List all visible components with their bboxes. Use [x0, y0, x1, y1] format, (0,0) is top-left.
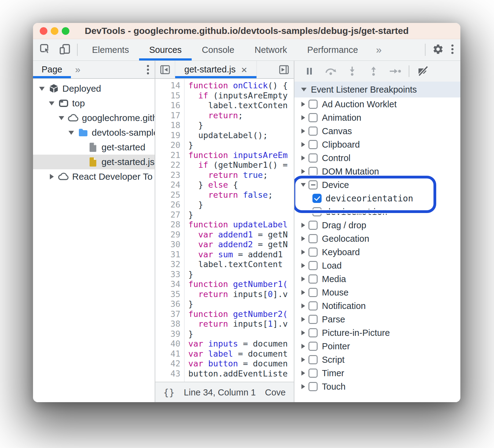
chevron-right-icon[interactable]	[298, 156, 308, 160]
breakpoint-mouse-checkbox[interactable]	[308, 288, 318, 297]
code-line[interactable]: if (inputsAreEmpty	[188, 91, 294, 101]
chevron-right-icon[interactable]	[298, 303, 308, 308]
breakpoint-canvas[interactable]: Canvas	[294, 124, 460, 138]
chevron-right-icon[interactable]	[298, 142, 308, 147]
step-over-button[interactable]	[320, 61, 341, 82]
code-lines[interactable]: function onClick() { if (inputsAreEmpty …	[185, 79, 294, 382]
chevron-down-icon[interactable]	[298, 183, 308, 187]
line-number[interactable]: 43	[155, 369, 180, 379]
code-line[interactable]: return;	[188, 111, 294, 121]
breakpoint-picture-in-picture[interactable]: Picture-in-Picture	[294, 326, 460, 340]
line-number[interactable]: 38	[155, 319, 180, 329]
line-number[interactable]: 18	[155, 120, 180, 130]
code-line[interactable]: label.textConten	[188, 101, 294, 111]
breakpoint-ad-auction-worklet-checkbox[interactable]	[308, 100, 318, 109]
chevron-right-icon[interactable]	[298, 129, 308, 134]
line-number[interactable]: 26	[155, 200, 180, 210]
tab-sources[interactable]: Sources	[139, 39, 192, 61]
breakpoint-script-checkbox[interactable]	[308, 355, 318, 364]
code-line[interactable]: return inputs[1].v	[188, 319, 294, 329]
line-number[interactable]: 25	[155, 190, 180, 200]
breakpoint-drag-drop[interactable]: Drag / drop	[294, 218, 460, 232]
breakpoint-animation-checkbox[interactable]	[308, 113, 318, 122]
code-line[interactable]: }	[188, 270, 294, 280]
code-line[interactable]: }	[188, 299, 294, 309]
line-number[interactable]: 36	[155, 299, 180, 309]
navigator-menu-button[interactable]	[146, 64, 150, 75]
breakpoint-clipboard[interactable]: Clipboard	[294, 138, 460, 151]
line-number[interactable]: 21	[155, 150, 180, 160]
breakpoint-devicemotion-checkbox[interactable]	[312, 207, 322, 216]
close-window-button[interactable]	[40, 27, 47, 35]
chevron-down-icon[interactable]	[46, 101, 57, 105]
breakpoint-deviceorientation-checkbox[interactable]	[312, 194, 322, 203]
code-line[interactable]: }	[188, 140, 294, 150]
code-line[interactable]: var inputs = documen	[188, 339, 294, 349]
chevron-right-icon[interactable]	[298, 317, 308, 322]
code-line[interactable]: var sum = addend1	[188, 250, 294, 260]
code-line[interactable]: }	[188, 120, 294, 130]
chevron-right-icon[interactable]	[298, 290, 308, 295]
breakpoint-control-checkbox[interactable]	[308, 153, 318, 163]
pretty-print-icon[interactable]: {}	[163, 387, 175, 398]
chevron-right-icon[interactable]	[298, 115, 308, 120]
code-line[interactable]: var addend2 = getN	[188, 240, 294, 250]
code-line[interactable]: var addend1 = getN	[188, 230, 294, 240]
show-navigator-button[interactable]	[155, 61, 175, 78]
device-toolbar-icon[interactable]	[59, 43, 71, 57]
chevron-right-icon[interactable]	[298, 344, 308, 349]
breakpoint-pointer[interactable]: Pointer	[294, 340, 460, 353]
tree-item-react-developer-to[interactable]: React Developer To	[33, 169, 155, 184]
code-line[interactable]: if (getNumber1() =	[188, 160, 294, 170]
code-line[interactable]: function getNumber2(	[188, 309, 294, 319]
breakpoint-touch[interactable]: Touch	[294, 380, 460, 393]
line-number[interactable]: 31	[155, 250, 180, 260]
breakpoint-canvas-checkbox[interactable]	[308, 127, 318, 136]
line-number[interactable]: 29	[155, 230, 180, 240]
event-listener-breakpoints-header[interactable]: Event Listener Breakpoints	[294, 82, 460, 97]
breakpoint-notification-checkbox[interactable]	[308, 301, 318, 310]
code-line[interactable]: } else {	[188, 180, 294, 190]
breakpoint-timer-checkbox[interactable]	[308, 369, 318, 378]
breakpoint-clipboard-checkbox[interactable]	[308, 140, 318, 149]
code-line[interactable]: function updateLabel	[188, 220, 294, 230]
line-number[interactable]: 39	[155, 329, 180, 339]
tree-item-devtools-sample[interactable]: devtools-sample	[33, 125, 155, 140]
breakpoint-geolocation[interactable]: Geolocation	[294, 232, 460, 245]
breakpoint-media-checkbox[interactable]	[308, 274, 318, 284]
settings-gear-icon[interactable]	[432, 43, 444, 56]
step-out-button[interactable]	[363, 61, 384, 82]
breakpoint-load-checkbox[interactable]	[308, 261, 318, 270]
tab-performance[interactable]: Performance	[297, 39, 368, 61]
breakpoint-devicemotion[interactable]: devicemotion	[294, 205, 460, 218]
line-number[interactable]: 35	[155, 289, 180, 299]
line-number[interactable]: 14	[155, 81, 180, 91]
breakpoint-geolocation-checkbox[interactable]	[308, 234, 318, 243]
line-number[interactable]: 41	[155, 349, 180, 359]
breakpoint-dom-mutation[interactable]: DOM Mutation	[294, 165, 460, 178]
code-line[interactable]: return true;	[188, 170, 294, 180]
tree-item-deployed[interactable]: Deployed	[33, 81, 155, 96]
breakpoint-load[interactable]: Load	[294, 259, 460, 272]
code-line[interactable]: function onClick() {	[188, 81, 294, 91]
breakpoint-notification[interactable]: Notification	[294, 299, 460, 313]
code-line[interactable]: var button = documen	[188, 359, 294, 369]
breakpoint-device-checkbox[interactable]	[308, 180, 318, 189]
breakpoint-keyboard-checkbox[interactable]	[308, 248, 318, 257]
line-number[interactable]: 27	[155, 210, 180, 220]
line-number[interactable]: 23	[155, 170, 180, 180]
line-number[interactable]: 20	[155, 140, 180, 150]
tab-console[interactable]: Console	[192, 39, 244, 61]
code-editor[interactable]: 1415161718192021222324252627282930313233…	[155, 79, 294, 382]
line-number[interactable]: 28	[155, 220, 180, 230]
breakpoint-mouse[interactable]: Mouse	[294, 286, 460, 299]
breakpoint-touch-checkbox[interactable]	[308, 382, 318, 391]
close-tab-icon[interactable]: ×	[241, 64, 247, 75]
code-line[interactable]: label.textContent	[188, 259, 294, 270]
chevron-right-icon[interactable]	[298, 223, 308, 228]
chevron-right-icon[interactable]	[298, 102, 308, 107]
code-line[interactable]: }	[188, 200, 294, 210]
code-line[interactable]: var label = document	[188, 349, 294, 359]
chevron-down-icon[interactable]	[37, 87, 47, 91]
line-number[interactable]: 24	[155, 180, 180, 190]
